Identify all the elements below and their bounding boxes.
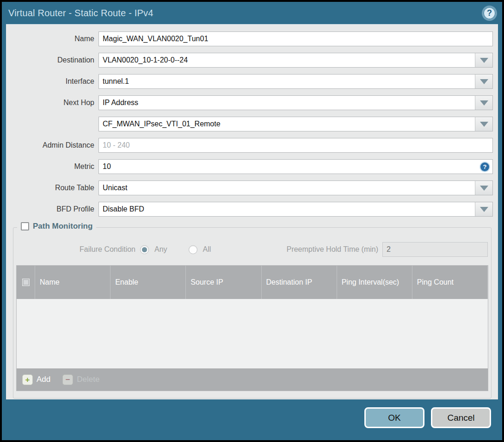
name-row: Name [6, 31, 493, 46]
select-all-checkbox[interactable] [22, 279, 30, 286]
failure-condition-label: Failure Condition [16, 245, 140, 254]
admin-distance-fieldbox [98, 138, 493, 153]
next-hop-row: Next Hop [6, 95, 493, 110]
preemptive-hold-time-label: Preemptive Hold Time (min) [287, 245, 382, 254]
route-table-fieldbox [98, 181, 493, 195]
select-all-cell [17, 266, 35, 299]
destination-input[interactable] [99, 53, 475, 67]
dialog-title: Virtual Router - Static Route - IPv4 [8, 8, 483, 19]
dialog-titlebar: Virtual Router - Static Route - IPv4 ? [2, 2, 502, 24]
dialog-footer: OK Cancel [2, 399, 502, 440]
admin-distance-row: Admin Distance [6, 138, 493, 153]
radio-any-icon[interactable] [140, 245, 149, 254]
preemptive-hold-time-fieldbox [382, 242, 488, 257]
delete-button-label: Delete [77, 375, 99, 384]
next-hop-address-fieldbox [98, 117, 493, 131]
add-button-label: Add [37, 375, 50, 384]
next-hop-address-dropdown-button[interactable] [475, 117, 492, 131]
interface-dropdown-button[interactable] [475, 75, 492, 88]
route-table-label: Route Table [6, 184, 98, 192]
add-plus-icon: + [22, 374, 33, 385]
column-header-ping-count[interactable]: Ping Count [412, 266, 488, 299]
destination-row: Destination [6, 53, 493, 68]
metric-fieldbox: ? [98, 159, 493, 174]
interface-input[interactable] [99, 75, 475, 88]
next-hop-address-input[interactable] [99, 117, 475, 131]
column-header-name[interactable]: Name [35, 266, 111, 299]
route-table-dropdown-button[interactable] [475, 181, 492, 195]
bfd-profile-row: BFD Profile [6, 202, 493, 217]
cancel-button[interactable]: Cancel [431, 407, 491, 428]
admin-distance-input[interactable] [99, 138, 492, 152]
chevron-down-icon [480, 186, 488, 191]
failure-condition-all-option[interactable]: All [189, 245, 211, 254]
path-monitoring-title: Path Monitoring [33, 222, 92, 231]
metric-help-icon[interactable]: ? [480, 162, 489, 171]
help-icon[interactable]: ? [483, 7, 496, 19]
table-toolbar: + Add − Delete [17, 368, 488, 391]
screenshot-frame: Virtual Router - Static Route - IPv4 ? N… [0, 0, 504, 442]
metric-label: Metric [6, 162, 98, 171]
radio-all-label: All [203, 245, 211, 254]
path-monitoring-checkbox[interactable] [21, 222, 29, 230]
next-hop-address-row [6, 117, 493, 131]
bfd-profile-dropdown-button[interactable] [475, 202, 492, 216]
chevron-down-icon [480, 100, 488, 106]
name-label: Name [6, 35, 98, 43]
path-monitoring-table: Name Enable Source IP Destination IP Pin… [16, 265, 488, 391]
radio-all-icon[interactable] [189, 245, 197, 254]
radio-any-label: Any [154, 245, 167, 254]
next-hop-label: Next Hop [6, 99, 98, 107]
column-header-destination-ip[interactable]: Destination IP [262, 266, 337, 299]
destination-fieldbox [98, 53, 493, 68]
path-monitoring-legend[interactable]: Path Monitoring [17, 222, 96, 231]
chevron-down-icon [480, 207, 488, 212]
add-button[interactable]: + Add [22, 374, 50, 385]
interface-fieldbox [98, 74, 493, 89]
static-route-dialog: Virtual Router - Static Route - IPv4 ? N… [2, 2, 502, 440]
destination-dropdown-button[interactable] [475, 53, 492, 67]
failure-condition-any-option[interactable]: Any [140, 245, 167, 254]
route-table-input[interactable] [99, 181, 475, 195]
admin-distance-label: Admin Distance [6, 141, 98, 149]
metric-input[interactable] [99, 160, 480, 174]
chevron-down-icon [480, 79, 488, 84]
ok-button[interactable]: OK [364, 407, 424, 428]
next-hop-type-input[interactable] [99, 96, 475, 110]
interface-label: Interface [6, 77, 98, 86]
column-header-source-ip[interactable]: Source IP [186, 266, 261, 299]
column-header-enable[interactable]: Enable [111, 266, 186, 299]
delete-button[interactable]: − Delete [62, 374, 99, 385]
metric-row: Metric ? [6, 159, 493, 174]
preemptive-hold-time-input[interactable] [383, 243, 487, 256]
column-header-ping-interval[interactable]: Ping Interval(sec) [337, 266, 412, 299]
name-input[interactable] [99, 32, 492, 46]
table-body-empty [17, 299, 488, 368]
bfd-profile-input[interactable] [99, 202, 475, 216]
delete-minus-icon: − [62, 374, 73, 385]
failure-condition-row: Failure Condition Any All Preemptive Hol… [16, 242, 488, 257]
chevron-down-icon [480, 58, 488, 63]
dialog-content: Name Destination Interface [6, 24, 498, 399]
name-fieldbox [98, 31, 493, 46]
table-header-row: Name Enable Source IP Destination IP Pin… [17, 266, 488, 299]
bfd-profile-fieldbox [98, 202, 493, 217]
chevron-down-icon [480, 122, 488, 127]
path-monitoring-section: Path Monitoring Failure Condition Any Al… [13, 227, 492, 398]
next-hop-dropdown-button[interactable] [475, 96, 492, 110]
bfd-profile-label: BFD Profile [6, 205, 98, 213]
destination-label: Destination [6, 56, 98, 64]
next-hop-fieldbox [98, 95, 493, 110]
interface-row: Interface [6, 74, 493, 89]
route-table-row: Route Table [6, 181, 493, 195]
